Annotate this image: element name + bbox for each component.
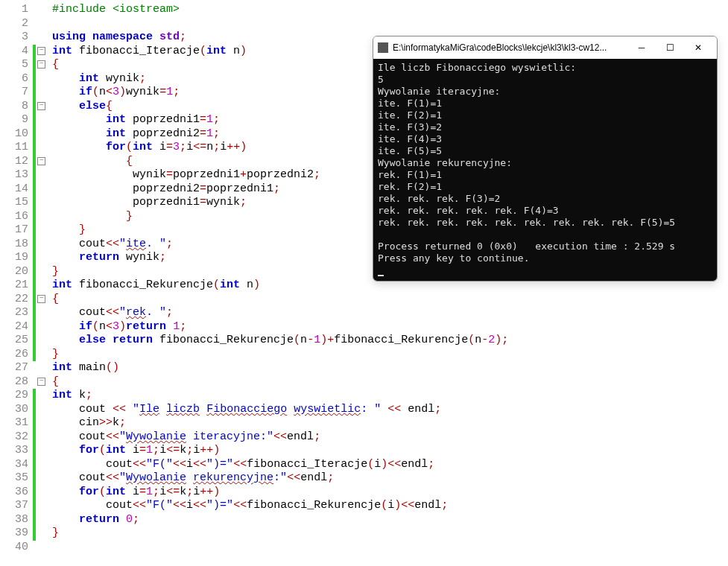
change-marker <box>33 168 36 182</box>
change-marker <box>33 513 36 527</box>
change-marker <box>33 251 36 265</box>
terminal-output[interactable]: Ile liczb Fibonacciego wyswietlic: 5 Wyw… <box>373 59 717 281</box>
line-number: 4 <box>0 45 28 59</box>
line-number: 34 <box>0 458 28 472</box>
line-number: 37 <box>0 499 28 513</box>
line-number: 23 <box>0 306 28 320</box>
change-marker <box>33 45 36 59</box>
change-marker <box>33 127 36 142</box>
line-number: 5 <box>0 58 28 72</box>
change-marker <box>33 430 36 445</box>
line-number: 6 <box>0 72 28 86</box>
line-number: 31 <box>0 416 28 430</box>
change-marker <box>33 527 36 541</box>
minimize-button[interactable]: ─ <box>627 36 656 59</box>
maximize-button[interactable]: ☐ <box>656 36 684 59</box>
line-number: 21 <box>0 279 28 293</box>
line-number: 16 <box>0 210 28 224</box>
line-number: 39 <box>0 527 28 541</box>
line-number: 10 <box>0 127 28 142</box>
change-marker <box>33 58 36 72</box>
code-line[interactable]: cout << "Ile liczb Fibonacciego wyswietl… <box>52 403 728 417</box>
code-line[interactable]: { <box>52 375 728 389</box>
titlebar[interactable]: E:\informatykaMiGra\codeBlocks\lekcje\kl… <box>373 36 717 59</box>
code-line[interactable]: cin>>k; <box>52 416 728 430</box>
line-number: 36 <box>0 486 28 500</box>
change-marker <box>33 182 36 197</box>
line-number: 29 <box>0 389 28 403</box>
code-line[interactable]: { <box>52 293 728 307</box>
code-line[interactable]: return 0; <box>52 513 728 527</box>
change-marker <box>33 86 36 100</box>
fold-toggle[interactable]: − <box>37 157 45 165</box>
line-number: 3 <box>0 31 28 45</box>
change-marker <box>33 196 36 210</box>
line-number: 18 <box>0 238 28 252</box>
code-line[interactable]: for(int i=1;i<=k;i++) <box>52 444 728 458</box>
window-title: E:\informatykaMiGra\codeBlocks\lekcje\kl… <box>393 42 627 53</box>
fold-margin: −−−−−− <box>33 0 48 566</box>
line-number: 12 <box>0 155 28 169</box>
change-marker <box>33 334 36 348</box>
code-line[interactable]: cout<<"Wywolanie rekurencyjne:"<<endl; <box>52 471 728 486</box>
line-number: 19 <box>0 251 28 265</box>
change-marker <box>33 320 36 334</box>
change-marker <box>33 223 36 238</box>
change-marker <box>33 471 36 486</box>
line-number: 33 <box>0 444 28 458</box>
line-number: 24 <box>0 320 28 334</box>
line-number: 15 <box>0 196 28 210</box>
code-line[interactable]: for(int i=1;i<=k;i++) <box>52 486 728 500</box>
change-marker <box>33 279 36 293</box>
close-button[interactable]: ✕ <box>684 36 712 59</box>
code-line[interactable]: } <box>52 527 728 541</box>
change-marker <box>33 72 36 86</box>
code-line[interactable]: else return fibonacci_Rekurencje(n-1)+fi… <box>52 334 728 348</box>
code-line[interactable]: if(n<3)return 1; <box>52 320 728 334</box>
line-number: 26 <box>0 348 28 362</box>
code-line[interactable]: cout<<"Wywolanie iteracyjne:"<<endl; <box>52 430 728 445</box>
code-line[interactable]: int k; <box>52 389 728 403</box>
change-marker <box>33 486 36 500</box>
line-number: 28 <box>0 375 28 389</box>
code-line[interactable]: #include <iostream> <box>52 3 728 17</box>
line-number: 30 <box>0 403 28 417</box>
change-marker <box>33 141 36 155</box>
app-icon <box>378 42 388 53</box>
line-number: 38 <box>0 513 28 527</box>
change-marker <box>33 444 36 458</box>
line-number: 2 <box>0 17 28 31</box>
terminal-text: Ile liczb Fibonacciego wyswietlic: 5 Wyw… <box>378 62 675 264</box>
fold-toggle[interactable]: − <box>37 295 45 303</box>
fold-toggle[interactable]: − <box>37 47 45 55</box>
fold-toggle[interactable]: − <box>37 60 45 69</box>
change-marker <box>33 100 36 114</box>
line-number: 9 <box>0 113 28 127</box>
change-marker <box>33 416 36 430</box>
code-line[interactable] <box>52 17 728 31</box>
line-number: 22 <box>0 293 28 307</box>
fold-toggle[interactable]: − <box>37 378 45 386</box>
line-number: 7 <box>0 86 28 100</box>
line-number: 11 <box>0 141 28 155</box>
change-marker <box>33 238 36 252</box>
change-marker <box>33 389 36 403</box>
change-marker <box>33 348 36 362</box>
console-window: E:\informatykaMiGra\codeBlocks\lekcje\kl… <box>373 36 718 282</box>
line-number-gutter: 1234567891011121314151617181920212223242… <box>0 0 33 566</box>
code-line[interactable] <box>52 541 728 555</box>
code-line[interactable]: cout<<"F("<<i<<")="<<fibonacci_Iteracje(… <box>52 458 728 472</box>
line-number: 40 <box>0 541 28 555</box>
line-number: 32 <box>0 430 28 445</box>
code-line[interactable]: int main() <box>52 361 728 375</box>
change-marker <box>33 113 36 127</box>
change-marker <box>33 306 36 320</box>
change-marker <box>33 210 36 224</box>
change-marker <box>33 155 36 169</box>
code-line[interactable]: cout<<"F("<<i<<")="<<fibonacci_Rekurencj… <box>52 499 728 513</box>
line-number: 13 <box>0 168 28 182</box>
code-line[interactable]: } <box>52 348 728 362</box>
code-line[interactable]: cout<<"rek. "; <box>52 306 728 320</box>
fold-toggle[interactable]: − <box>37 102 45 110</box>
line-number: 8 <box>0 100 28 114</box>
